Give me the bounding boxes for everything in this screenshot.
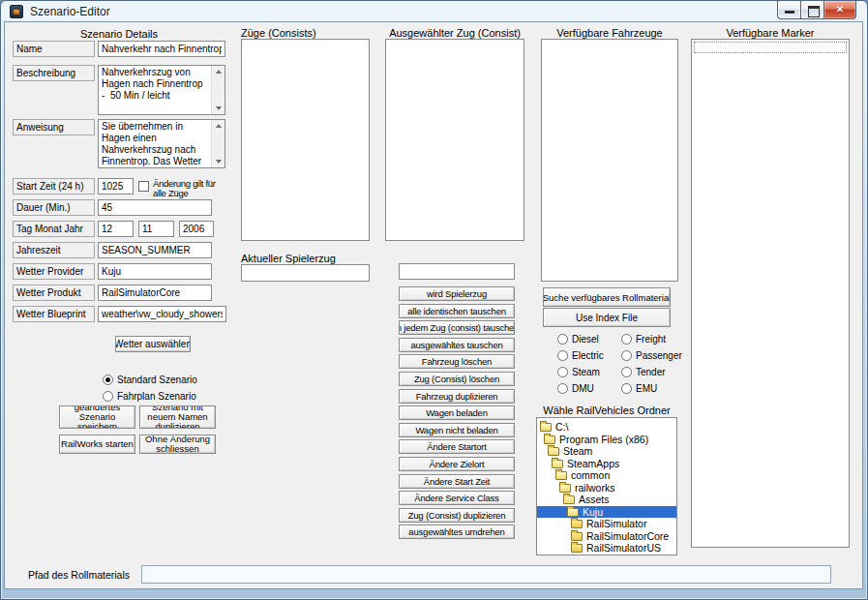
tree-item[interactable]: railworks — [537, 482, 676, 495]
aendere-zielort-button[interactable]: Ändere Zielort — [399, 457, 515, 471]
diesel-radio[interactable] — [557, 334, 568, 345]
tree-item[interactable]: Steam — [537, 445, 676, 458]
railvehicles-tree[interactable]: C:\ Program Files (x86) Steam SteamApps … — [536, 417, 677, 555]
details-header: Szenario Details — [13, 28, 225, 40]
tree-item-label: Steam — [563, 445, 592, 457]
marker-header: Verfügbare Marker — [691, 27, 850, 39]
pfad-input[interactable] — [141, 565, 831, 584]
aktueller-spielerzug-input[interactable] — [241, 264, 370, 282]
close-icon[interactable] — [823, 1, 856, 19]
tender-label: Tender — [636, 367, 666, 377]
wird-spielerzug-button[interactable]: wird Spielerzug — [399, 286, 515, 301]
fahrplan-szenario-radio[interactable] — [103, 391, 113, 402]
jahreszeit-label: Jahreszeit — [13, 242, 95, 258]
open-folder-icon — [548, 447, 559, 456]
freight-label: Freight — [636, 334, 666, 345]
passenger-radio[interactable] — [621, 350, 632, 361]
tender-radio[interactable] — [621, 367, 632, 377]
fahrzeuge-listbox[interactable] — [541, 39, 678, 282]
titlebar[interactable]: Szenario-Editor — [1, 1, 867, 21]
ausgewaehltes-umdrehen-button[interactable]: ausgewähltes umdrehen — [399, 525, 515, 539]
szenario-speichern-button[interactable]: geändertes Szenario speichern — [59, 405, 135, 429]
scroll-up-icon[interactable] — [213, 120, 224, 133]
tree-item[interactable]: RailSimulatorCore — [537, 530, 676, 543]
marker-listbox[interactable] — [691, 39, 850, 548]
tree-item[interactable]: common — [537, 469, 676, 482]
tree-item[interactable]: SteamApps — [537, 458, 676, 470]
aendere-service-class-button[interactable]: Ändere Service Class — [399, 491, 515, 505]
tree-item[interactable]: C:\ — [537, 421, 676, 434]
standard-szenario-label: Standard Szenario — [117, 375, 197, 385]
pfad-label: Pfad des Rollmaterials — [28, 569, 130, 581]
fahrplan-szenario-label: Fahrplan Szenario — [117, 391, 196, 402]
freight-radio[interactable] — [621, 334, 632, 345]
monat-input[interactable] — [138, 221, 174, 237]
dauer-input[interactable] — [98, 199, 212, 216]
tree-item[interactable]: Assets — [537, 494, 676, 506]
name-input[interactable] — [98, 41, 225, 57]
zug-loeschen-button[interactable]: Zug (Consist) löschen — [399, 372, 515, 386]
in-jedem-zug-tauschen-button[interactable]: in jedem Zug (consist) tauschen — [399, 320, 515, 335]
standard-szenario-radio[interactable] — [103, 375, 113, 385]
tree-item[interactable]: RailSimulator — [537, 518, 676, 530]
scroll-up-icon[interactable] — [213, 66, 224, 78]
tree-item-selected[interactable]: Kuju — [537, 506, 676, 519]
wetter-produkt-input[interactable] — [98, 285, 212, 301]
diesel-label: Diesel — [572, 334, 599, 345]
aendere-startort-button[interactable]: Ändere Startort — [399, 439, 515, 454]
consist-edit-input[interactable] — [399, 263, 515, 280]
tree-item-label: Assets — [579, 494, 610, 505]
beschreibung-textarea[interactable]: Nahverkehrszug von Hagen nach Finnentrop… — [98, 65, 225, 115]
alle-identischen-tauschen-button[interactable]: alle identischen tauschen — [399, 304, 515, 318]
ohne-aenderung-schliessen-button[interactable]: Ohne Änderung schliessen — [139, 435, 216, 454]
scroll-down-icon[interactable] — [213, 102, 224, 114]
scroll-down-icon[interactable] — [213, 155, 224, 167]
wagen-nicht-beladen-button[interactable]: Wagen nicht beladen — [399, 423, 515, 437]
window-title: Szenario-Editor — [30, 5, 110, 18]
open-folder-icon — [552, 460, 563, 468]
wetter-provider-input[interactable] — [98, 263, 212, 280]
wetter-blueprint-input[interactable] — [98, 306, 226, 322]
szenario-duplizieren-button[interactable]: Szenario mit neuem Namen duplizieren — [139, 405, 216, 429]
zug-duplizieren-button[interactable]: Zug (Consist) duplizieren — [399, 508, 515, 523]
name-label: Name — [13, 41, 95, 57]
folder-icon — [571, 544, 583, 553]
open-folder-icon — [544, 435, 555, 444]
use-index-file-button[interactable]: Use Index File — [543, 308, 671, 327]
tree-item[interactable]: Program Files (x86) — [537, 434, 676, 446]
tag-input[interactable] — [98, 221, 134, 237]
steam-label: Steam — [572, 367, 600, 377]
wagen-beladen-button[interactable]: Wagen beladen — [399, 405, 515, 420]
maximize-icon[interactable] — [800, 1, 824, 19]
tree-item[interactable]: RailSimulatorUS — [537, 542, 676, 555]
railworks-starten-button[interactable]: RailWorks starten — [59, 435, 135, 454]
wetter-auswaehlen-button[interactable]: Wetter auswählen — [115, 336, 191, 352]
passenger-label: Passenger — [636, 350, 682, 361]
beschreibung-scrollbar[interactable] — [211, 66, 224, 114]
anweisung-scrollbar[interactable] — [211, 120, 224, 167]
jahreszeit-input[interactable] — [98, 242, 212, 258]
wetter-provider-label: Wetter Provider — [13, 263, 95, 280]
electric-radio[interactable] — [557, 350, 568, 361]
fahrzeug-duplizieren-button[interactable]: Fahrzeug duplizieren — [399, 389, 515, 404]
steam-radio[interactable] — [557, 367, 568, 377]
aendere-startzeit-button[interactable]: Ändere Start Zeit — [399, 474, 515, 489]
startzeit-input[interactable] — [98, 178, 134, 195]
aenderung-checkbox[interactable] — [138, 181, 149, 192]
ausgewaehltes-tauschen-button[interactable]: ausgewähltes tauschen — [399, 338, 515, 352]
anweisung-label: Anweisung — [13, 119, 95, 135]
dmu-radio[interactable] — [557, 383, 568, 394]
zuege-listbox[interactable] — [241, 39, 370, 241]
dauer-label: Dauer (Min.) — [13, 199, 95, 216]
startzeit-label: Start Zeit (24 h) — [13, 178, 95, 195]
fahrzeug-loeschen-button[interactable]: Fahrzeug löschen — [399, 354, 515, 369]
jahr-input[interactable] — [179, 221, 214, 237]
anweisung-textarea[interactable]: Sie übernehmen in Hagen einen Nahverkehr… — [98, 119, 225, 168]
marker-item-empty[interactable] — [694, 42, 847, 53]
ausgewaehlter-zug-listbox[interactable] — [385, 39, 524, 241]
emu-radio[interactable] — [621, 383, 632, 394]
tree-item-label: Program Files (x86) — [559, 434, 648, 445]
minimize-icon[interactable] — [777, 1, 801, 19]
scenario-editor-window: Szenario-Editor Szenario Details Name Be… — [0, 0, 868, 600]
suche-rollmaterial-button[interactable]: Suche verfügbares Rollmaterial — [543, 287, 671, 307]
